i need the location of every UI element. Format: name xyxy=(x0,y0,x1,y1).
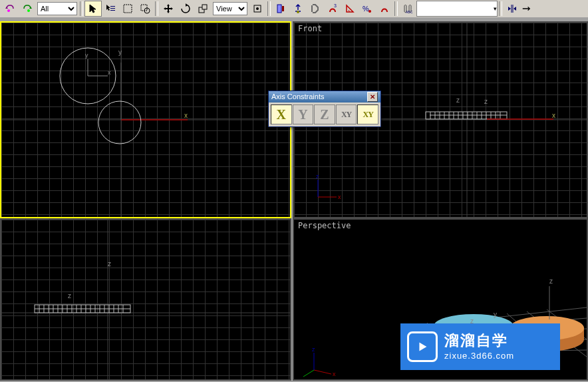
svg-rect-6 xyxy=(141,5,147,11)
svg-point-0 xyxy=(7,9,10,12)
select-rotate-button[interactable] xyxy=(177,1,194,17)
manipulate-button[interactable] xyxy=(272,1,289,17)
svg-text:z: z xyxy=(312,346,315,353)
viewport-area: x y x y Front xyxy=(0,17,588,382)
viewport-label: Front xyxy=(298,24,322,33)
close-icon: ✕ xyxy=(370,94,375,100)
watermark-url: zixue.3d66.com xyxy=(444,351,514,361)
grid xyxy=(1,220,290,379)
grid xyxy=(1,23,290,217)
svg-rect-12 xyxy=(277,5,281,13)
watermark: 溜溜自学 zixue.3d66.com xyxy=(400,323,560,370)
svg-rect-2 xyxy=(110,6,115,7)
redo-button[interactable] xyxy=(19,1,36,17)
named-selection-button[interactable]: ABC xyxy=(399,1,416,17)
window-crossing-button[interactable] xyxy=(136,1,154,17)
mirror-button[interactable] xyxy=(504,1,521,17)
coord-system-dropdown[interactable]: View xyxy=(213,2,247,15)
axis-constraints-title: Axis Constraints xyxy=(271,91,324,102)
viewport-left[interactable]: z z xyxy=(0,218,291,381)
angle-snap-button[interactable] xyxy=(341,1,359,17)
spinner-snap-button[interactable] xyxy=(376,1,393,17)
svg-point-11 xyxy=(256,7,259,10)
toolbar-separator xyxy=(267,1,271,16)
svg-rect-4 xyxy=(110,10,115,11)
close-button[interactable]: ✕ xyxy=(367,92,378,102)
select-move-button[interactable] xyxy=(160,1,177,17)
svg-point-17 xyxy=(368,10,371,13)
svg-rect-3 xyxy=(110,8,115,9)
viewport-label: Perspective xyxy=(298,221,351,230)
svg-text:x: x xyxy=(333,371,336,377)
svg-text:z: z xyxy=(549,278,553,285)
select-by-name-button[interactable] xyxy=(102,1,119,17)
axis-y-button[interactable]: Y xyxy=(293,104,314,124)
svg-rect-5 xyxy=(124,5,132,13)
axis-xy-button[interactable]: XY xyxy=(336,104,357,124)
axis-x-button[interactable]: X xyxy=(271,104,292,124)
viewport-perspective[interactable]: Perspective xyxy=(293,218,588,381)
svg-text:%: % xyxy=(363,5,369,13)
viewport-top[interactable]: x y x y xyxy=(0,21,291,218)
svg-text:ABC: ABC xyxy=(406,10,413,14)
axis-xy2-button[interactable]: XY xyxy=(357,104,378,124)
svg-rect-9 xyxy=(202,5,207,9)
main-toolbar: All View 3 % xyxy=(0,0,588,18)
select-region-rect-button[interactable] xyxy=(119,1,136,17)
svg-line-107 xyxy=(303,370,314,377)
toolbar-separator xyxy=(499,1,502,16)
snap-3d-button[interactable]: 3 xyxy=(324,1,341,17)
axis-constraints-panel[interactable]: Axis Constraints ✕ X Y Z XY XY xyxy=(268,91,381,127)
selection-filter-dropdown[interactable]: All xyxy=(37,2,77,15)
watermark-title: 溜溜自学 xyxy=(444,333,514,348)
axis-constraints-titlebar[interactable]: Axis Constraints ✕ xyxy=(269,91,380,102)
align-button[interactable] xyxy=(521,1,531,17)
select-scale-button[interactable] xyxy=(194,1,212,17)
toolbar-separator xyxy=(394,1,398,16)
svg-rect-13 xyxy=(282,6,284,11)
snap-toggle-button[interactable] xyxy=(307,1,324,17)
pivot-center-button[interactable] xyxy=(249,1,266,17)
svg-point-14 xyxy=(297,11,299,13)
select-object-button[interactable] xyxy=(84,1,102,17)
keyboard-shortcut-button[interactable] xyxy=(289,1,307,17)
toolbar-separator xyxy=(155,1,158,16)
toolbar-separator xyxy=(80,1,83,16)
svg-line-106 xyxy=(314,370,331,374)
named-selection-dropdown[interactable]: ▾ xyxy=(416,1,498,17)
svg-text:y: y xyxy=(494,311,497,318)
undo-button[interactable] xyxy=(1,1,19,17)
percent-snap-button[interactable]: % xyxy=(359,1,376,17)
svg-point-1 xyxy=(27,9,30,12)
axis-z-button[interactable]: Z xyxy=(314,104,335,124)
axis-constraints-body: X Y Z XY XY xyxy=(269,102,380,126)
play-icon xyxy=(407,331,438,362)
svg-text:3: 3 xyxy=(334,3,337,8)
